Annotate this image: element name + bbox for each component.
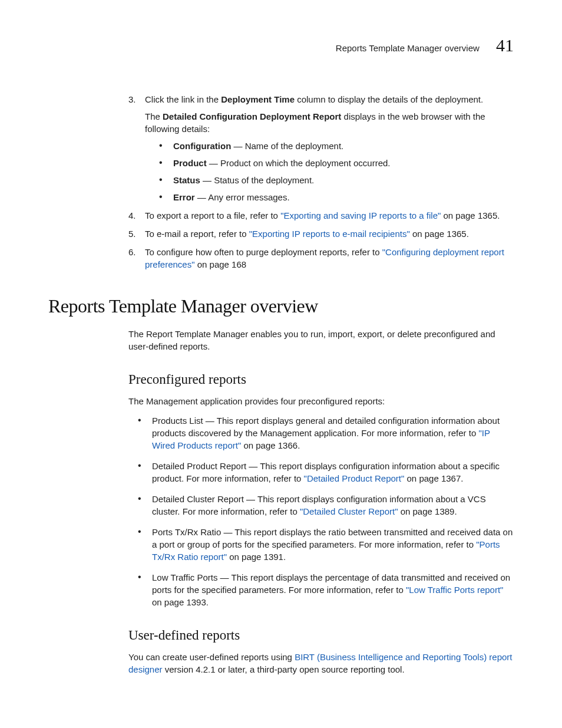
- link-low-traffic-ports[interactable]: "Low Traffic Ports report": [406, 585, 503, 595]
- term: Configuration: [173, 141, 231, 151]
- step-6: 6. To configure how often to purge deplo…: [128, 246, 514, 271]
- list-item: Detailed Cluster Report — This report di…: [138, 493, 514, 518]
- desc: — Status of the deployment.: [200, 175, 314, 185]
- text: You can create user-defined reports usin…: [128, 652, 295, 662]
- subheading-user-defined-reports: User-defined reports: [128, 626, 514, 645]
- link-export-email[interactable]: "Exporting IP reports to e-mail recipien…: [249, 229, 410, 239]
- text: on page 1393.: [152, 597, 209, 607]
- preconfigured-list: Products List — This report displays gen…: [138, 414, 514, 608]
- list-item: Configuration — Name of the deployment.: [159, 140, 514, 152]
- term-detailed-config-report: Detailed Configuration Deployment Report: [163, 111, 341, 121]
- list-item: Ports Tx/Rx Ratio — This report displays…: [138, 526, 514, 563]
- text: on page 1367.: [404, 473, 463, 483]
- list-item: Status — Status of the deployment.: [159, 174, 514, 186]
- document-page: Reports Template Manager overview 41 3. …: [0, 0, 562, 728]
- body-content: 3. Click the link in the Deployment Time…: [128, 93, 514, 271]
- text: Ports Tx/Rx Ratio — This report displays…: [152, 527, 513, 549]
- text: To configure how often to purge deployme…: [145, 247, 382, 257]
- list-item: Low Traffic Ports — This report displays…: [138, 571, 514, 608]
- step-number: 3.: [128, 93, 136, 106]
- term: Status: [173, 175, 200, 185]
- link-detailed-product-report[interactable]: "Detailed Product Report": [304, 473, 405, 483]
- text: The: [145, 111, 163, 121]
- text: on page 1365.: [410, 229, 469, 239]
- text: column to display the details of the dep…: [295, 94, 483, 104]
- link-export-save-ip[interactable]: "Exporting and saving IP reports to a fi…: [280, 210, 441, 220]
- text: on page 168: [195, 259, 247, 269]
- step-4: 4. To export a report to a file, refer t…: [128, 209, 514, 222]
- text: version 4.2.1 or later, a third-party op…: [163, 664, 405, 674]
- desc: — Name of the deployment.: [231, 141, 343, 151]
- list-item: Error — Any error messages.: [159, 191, 514, 203]
- text: Click the link in the: [145, 94, 221, 104]
- step-5: 5. To e-mail a report, refer to "Exporti…: [128, 228, 514, 240]
- term: Error: [173, 192, 195, 202]
- chapter-number: 41: [496, 33, 514, 58]
- text: on page 1391.: [227, 552, 286, 562]
- desc: — Product on which the deployment occurr…: [207, 158, 391, 168]
- text: on page 1389.: [398, 506, 457, 516]
- step-number: 6.: [128, 246, 136, 258]
- list-item: Products List — This report displays gen…: [138, 414, 514, 452]
- step-3: 3. Click the link in the Deployment Time…: [128, 93, 514, 203]
- text: on page 1366.: [241, 440, 300, 450]
- step-number: 4.: [128, 209, 136, 222]
- section-heading-reports-template-manager: Reports Template Manager overview: [48, 293, 514, 319]
- section-intro: The Report Template Manager enables you …: [128, 328, 514, 353]
- list-item: Detailed Product Report — This report di…: [138, 460, 514, 485]
- text: on page 1365.: [441, 210, 500, 220]
- term: Product: [173, 158, 207, 168]
- step-body: Click the link in the Deployment Time co…: [145, 93, 514, 203]
- term-deployment-time: Deployment Time: [221, 94, 295, 104]
- page-header: Reports Template Manager overview 41: [48, 33, 514, 58]
- running-title: Reports Template Manager overview: [336, 42, 480, 54]
- link-detailed-cluster-report[interactable]: "Detailed Cluster Report": [300, 506, 398, 516]
- numbered-steps: 3. Click the link in the Deployment Time…: [128, 93, 514, 271]
- list-item: Product — Product on which the deploymen…: [159, 157, 514, 169]
- step-number: 5.: [128, 228, 136, 240]
- subheading-preconfigured-reports: Preconfigured reports: [128, 370, 514, 389]
- userdef-body: You can create user-defined reports usin…: [128, 651, 514, 676]
- text: Products List — This report displays gen…: [152, 416, 500, 438]
- desc: — Any error messages.: [195, 192, 290, 202]
- preconf-intro: The Management application provides four…: [128, 395, 514, 407]
- detail-bullets: Configuration — Name of the deployment. …: [159, 140, 514, 203]
- text: To e-mail a report, refer to: [145, 229, 249, 239]
- text: To export a report to a file, refer to: [145, 210, 280, 220]
